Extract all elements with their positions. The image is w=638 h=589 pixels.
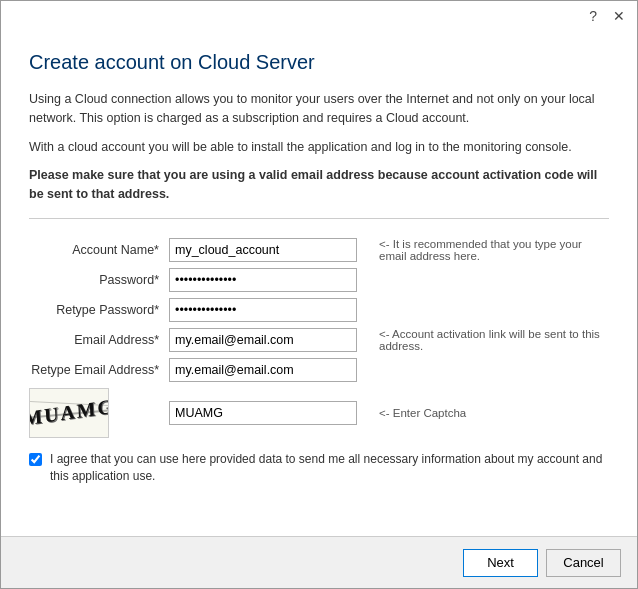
footer: Next Cancel [1, 536, 637, 588]
agree-checkbox[interactable] [29, 453, 42, 466]
content-area: Create account on Cloud Server Using a C… [1, 31, 637, 536]
description3: Please make sure that you are using a va… [29, 166, 609, 204]
retype-password-input-cell [169, 295, 369, 325]
retype-password-row: Retype Password* [29, 295, 609, 325]
captcha-input[interactable] [169, 401, 357, 425]
form-table: Account Name* <- It is recommended that … [29, 235, 609, 441]
retype-email-input[interactable] [169, 358, 357, 382]
retype-password-label: Retype Password* [29, 295, 169, 325]
next-button[interactable]: Next [463, 549, 538, 577]
title-bar: ? ✕ [1, 1, 637, 31]
cancel-button[interactable]: Cancel [546, 549, 621, 577]
captcha-image: MUAMG [29, 388, 109, 438]
agree-label[interactable]: I agree that you can use here provided d… [50, 451, 609, 485]
captcha-input-cell [169, 385, 369, 441]
email-row: Email Address* <- Account activation lin… [29, 325, 609, 355]
email-label: Email Address* [29, 325, 169, 355]
page-title: Create account on Cloud Server [29, 51, 609, 74]
captcha-row: MUAMG <- Enter Captcha [29, 385, 609, 441]
email-input[interactable] [169, 328, 357, 352]
password-row: Password* [29, 265, 609, 295]
captcha-hint: <- Enter Captcha [369, 385, 609, 441]
captcha-display-text: MUAMG [29, 395, 109, 431]
help-button[interactable]: ? [585, 6, 601, 26]
password-label: Password* [29, 265, 169, 295]
divider [29, 218, 609, 219]
password-input[interactable] [169, 268, 357, 292]
account-name-row: Account Name* <- It is recommended that … [29, 235, 609, 265]
agree-row: I agree that you can use here provided d… [29, 451, 609, 485]
email-hint: <- Account activation link will be sent … [369, 325, 609, 355]
password-input-cell [169, 265, 369, 295]
retype-email-label: Retype Email Address* [29, 355, 169, 385]
retype-email-input-cell [169, 355, 369, 385]
retype-password-input[interactable] [169, 298, 357, 322]
description2: With a cloud account you will be able to… [29, 138, 609, 157]
account-name-label: Account Name* [29, 235, 169, 265]
account-name-input[interactable] [169, 238, 357, 262]
close-button[interactable]: ✕ [609, 6, 629, 26]
account-name-hint: <- It is recommended that you type your … [369, 235, 609, 265]
email-input-cell [169, 325, 369, 355]
account-name-input-cell [169, 235, 369, 265]
description1: Using a Cloud connection allows you to m… [29, 90, 609, 128]
title-bar-controls: ? ✕ [585, 6, 629, 26]
retype-email-row: Retype Email Address* [29, 355, 609, 385]
main-window: ? ✕ Create account on Cloud Server Using… [0, 0, 638, 589]
